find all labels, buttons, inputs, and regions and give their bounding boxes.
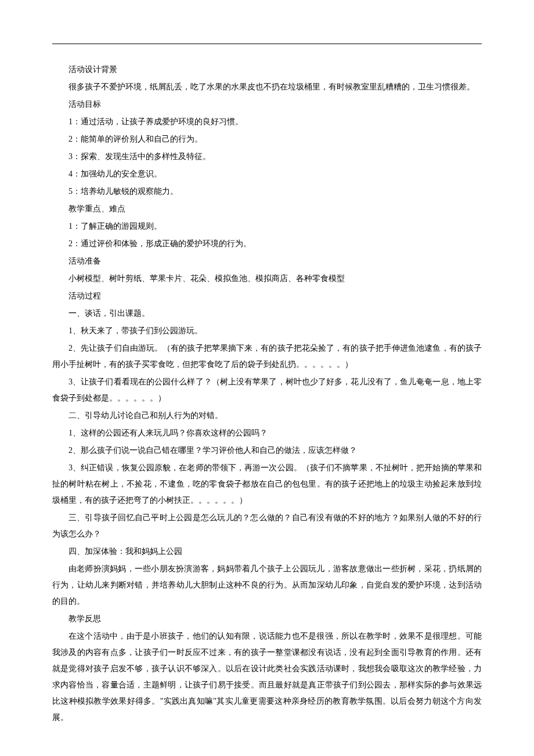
section-preparation-title: 活动准备 xyxy=(52,253,482,269)
process-step-2-title: 二、引导幼儿讨论自己和别人行为的对错。 xyxy=(52,408,482,424)
process-step-4-content: 由老师扮演妈妈，一些小朋友扮演游客，妈妈带着几个孩子上公园玩儿，游客故意做出一些… xyxy=(52,561,482,610)
reflection-content: 在这个活动中，由于是小班孩子，他们的认知有限，说话能力也不是很强，所以在教学时，… xyxy=(52,628,482,726)
section-goals-title: 活动目标 xyxy=(52,96,482,113)
section-background-title: 活动设计背景 xyxy=(52,62,482,78)
process-step-1-item-1: 1、秋天来了，带孩子们到公园游玩。 xyxy=(52,323,482,339)
section-keypoints-title: 教学重点、难点 xyxy=(52,201,482,217)
process-step-1-item-3: 3、让孩子们看看现在的公园什么样了？（树上没有苹果了，树叶也少了好多，花儿没有了… xyxy=(52,374,482,406)
process-step-1-item-2: 2、先让孩子们自由游玩。（有的孩子把苹果摘下来，有的孩子把花朵捡了，有的孩子把手… xyxy=(52,340,482,373)
process-step-1-title: 一、谈话，引出课题。 xyxy=(52,305,482,322)
process-step-3-title: 三、引导孩子回忆自己平时上公园是怎么玩儿的？怎么做的？自己有没有做的不好的地方？… xyxy=(52,510,482,542)
section-process-title: 活动过程 xyxy=(52,288,482,304)
section-reflection-title: 教学反思 xyxy=(52,611,482,627)
goal-item-4: 4：加强幼儿的安全意识。 xyxy=(52,166,482,182)
process-step-2-item-1: 1、这样的公园还有人来玩儿吗？你喜欢这样的公园吗？ xyxy=(52,425,482,441)
goal-item-3: 3：探索、发现生活中的多样性及特征。 xyxy=(52,149,482,165)
process-step-4-title: 四、加深体验：我和妈妈上公园 xyxy=(52,543,482,560)
goal-item-1: 1：通过活动，让孩子养成爱护环境的良好习惯。 xyxy=(52,114,482,130)
keypoint-item-2: 2：通过评价和体验，形成正确的爱护环境的行为。 xyxy=(52,236,482,252)
keypoint-item-1: 1：了解正确的游园规则。 xyxy=(52,218,482,235)
process-step-2-item-3: 3、纠正错误，恢复公园原貌，在老师的带领下，再游一次公园。（孩子们不摘苹果，不扯… xyxy=(52,460,482,509)
process-step-2-item-2: 2、那么孩子们说一说自己错在哪里？学习评价他人和自己的做法，应该怎样做？ xyxy=(52,442,482,459)
preparation-content: 小树模型、树叶剪纸、苹果卡片、花朵、模拟鱼池、模拟商店、各种零食模型 xyxy=(52,271,482,287)
goal-item-2: 2：能简单的评价别人和自己的行为。 xyxy=(52,131,482,147)
section-background-content: 很多孩子不爱护环境，纸屑乱丢，吃了水果的水果皮也不扔在垃圾桶里，有时候教室里乱糟… xyxy=(52,79,482,95)
goal-item-5: 5：培养幼儿敏锐的观察能力。 xyxy=(52,183,482,200)
top-divider xyxy=(52,44,482,44)
